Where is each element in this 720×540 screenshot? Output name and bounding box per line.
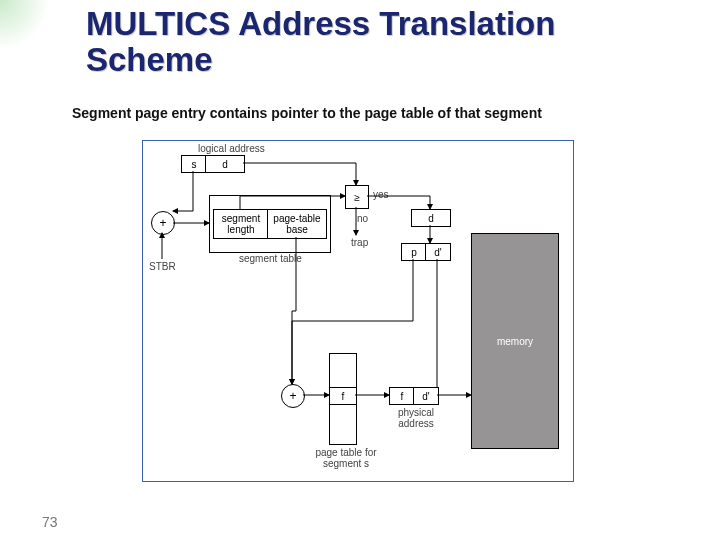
title-line2: Scheme — [86, 41, 213, 78]
segment-table-label: segment table — [239, 253, 302, 264]
field-dprime: d' — [425, 243, 451, 261]
compare-node: ≥ — [345, 185, 369, 209]
adder-top: + — [151, 211, 175, 235]
physical-address-label: physical address — [393, 407, 439, 429]
no-label: no — [357, 213, 368, 224]
memory-block: memory — [471, 233, 559, 449]
field-d: d — [205, 155, 245, 173]
yes-label: yes — [373, 189, 389, 200]
slide-title: MULTICS Address Translation Scheme — [86, 6, 555, 77]
page-number: 73 — [42, 514, 58, 530]
field-dprime-right: d' — [413, 387, 439, 405]
field-p: p — [401, 243, 427, 261]
field-f-left: f — [329, 387, 357, 405]
trap-label: trap — [351, 237, 368, 248]
stbr-label: STBR — [149, 261, 176, 272]
segment-table-outline — [209, 195, 331, 253]
address-translation-diagram: logical address s d ≥ yes no trap d segm… — [142, 140, 574, 482]
logical-address-label: logical address — [198, 143, 265, 154]
field-d-right: d — [411, 209, 451, 227]
slide-subtitle: Segment page entry contains pointer to t… — [72, 105, 542, 121]
page-table-label: page table for segment s — [311, 447, 381, 469]
slide-corner-accent — [0, 0, 50, 50]
field-s: s — [181, 155, 207, 173]
adder-bottom: + — [281, 384, 305, 408]
field-f-right: f — [389, 387, 415, 405]
title-line1: MULTICS Address Translation — [86, 5, 555, 42]
